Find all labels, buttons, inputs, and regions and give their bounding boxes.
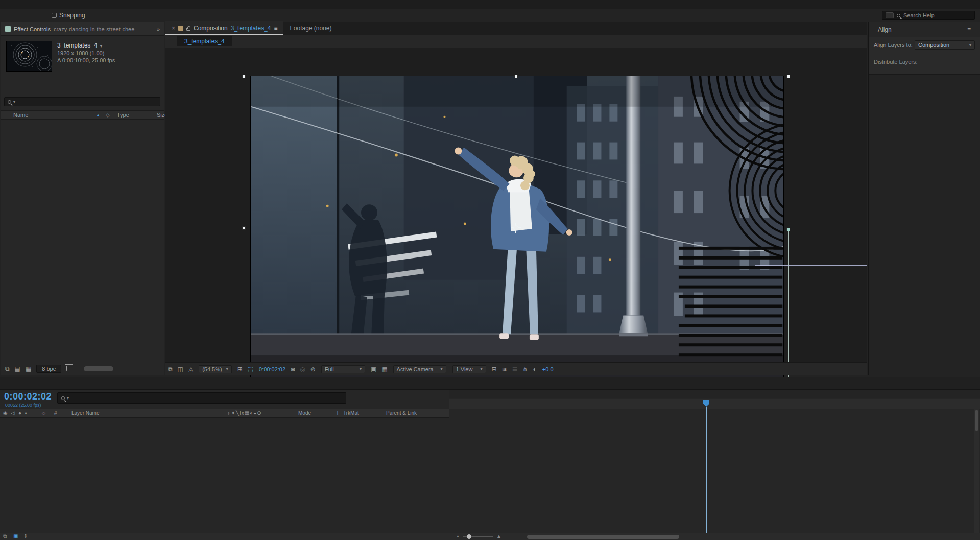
interpret-footage-icon[interactable]: ⧉: [5, 365, 10, 372]
preview-dimensions: 1920 x 1080 (1.00): [57, 50, 104, 56]
label-column-icon[interactable]: ⬦: [106, 112, 110, 119]
transparency-grid-icon[interactable]: ▦: [381, 366, 387, 373]
timeline-bottom-bar: ⧉ ▣ ⇕ ▲ ▲: [0, 533, 980, 540]
close-icon[interactable]: ×: [172, 25, 175, 32]
av-column-icons: ◉ ◁ ● ▪: [3, 410, 28, 416]
help-search[interactable]: Search Help: [882, 11, 975, 20]
workspace-switcher-icon[interactable]: [886, 12, 894, 18]
footer-scrollbar[interactable]: [84, 366, 113, 371]
new-composition-icon[interactable]: ▦: [26, 365, 31, 372]
selection-handle-left[interactable]: [242, 226, 246, 230]
project-panel: Effect Controls crazy-dancing-in-the-str…: [1, 22, 164, 375]
view-layout-dropdown[interactable]: 1 View▾: [452, 365, 486, 373]
snapshot-icon[interactable]: ◙: [291, 366, 295, 373]
new-folder-icon[interactable]: ▤: [15, 365, 20, 372]
project-search-input[interactable]: ▾: [4, 97, 160, 106]
panel-overflow-icon[interactable]: »: [157, 26, 160, 32]
toolbar: Snapping Search Help: [0, 9, 980, 21]
show-snapshot-icon[interactable]: ◎: [300, 366, 305, 373]
search-icon: [897, 14, 900, 17]
column-mode[interactable]: Mode: [298, 410, 311, 416]
timeline-column-headers: ◉ ◁ ● ▪ ⬦ # Layer Name ♁✦╲fx▦◐◒⊙ Mode T …: [0, 409, 449, 418]
view-3d-dropdown[interactable]: Active Camera▾: [393, 365, 446, 373]
sort-ascending-icon[interactable]: ▲: [96, 113, 100, 118]
composition-tab-prefix: Composition: [194, 25, 228, 32]
column-name[interactable]: Name: [13, 112, 28, 118]
effect-controls-tab[interactable]: Effect Controls crazy-dancing-in-the-str…: [1, 22, 164, 36]
magnification-dropdown[interactable]: (54.5%)▾: [199, 365, 232, 373]
timeline-search-input[interactable]: ▾: [57, 392, 346, 404]
selection-handle-top-left[interactable]: [242, 75, 246, 78]
align-panel-body: Align Layers to: Composition▾ Distribute…: [869, 37, 980, 75]
switches-column-icons: ♁✦╲fx▦◐◒⊙: [227, 410, 262, 416]
footage-tab-label: Footage (none): [290, 25, 331, 32]
panel-align[interactable]: Align ≡: [869, 22, 980, 37]
effect-controls-tab-label: Effect Controls: [14, 26, 51, 32]
align-to-dropdown[interactable]: Composition▾: [915, 40, 975, 50]
panel-menu-icon[interactable]: ≡: [967, 26, 971, 33]
column-trkmat[interactable]: TrkMat: [343, 410, 359, 416]
layer-bound-line-vertical: [788, 231, 789, 381]
column-parent-link[interactable]: Parent & Link: [386, 410, 417, 416]
align-layers-to-label: Align Layers to:: [874, 42, 913, 48]
preview-comp-name[interactable]: 3_templates_4 ▼: [57, 42, 103, 49]
viewer-lock-icon[interactable]: ◬: [188, 366, 193, 373]
selection-handle-right[interactable]: [786, 228, 790, 231]
flowchart-icon[interactable]: ⋔: [522, 366, 528, 373]
current-timecode[interactable]: 0:00:02:02: [4, 391, 52, 402]
timeline-button-icon[interactable]: ☰: [512, 366, 518, 373]
viewer-timecode[interactable]: 0:00:02:02: [259, 366, 285, 372]
preview-duration: Δ 0:00:10:00, 25.00 fps: [57, 57, 115, 63]
timeline-vertical-scrollbar[interactable]: [974, 409, 979, 533]
project-list-header[interactable]: Name ▲ ⬦ Type Size: [1, 110, 164, 120]
always-preview-icon[interactable]: ⧉: [168, 366, 173, 373]
after-effects-window: Snapping Search Help Effect Controls cra…: [0, 0, 980, 540]
layer-color-swatch: [5, 26, 11, 32]
project-panel-footer: ⧉ ▤ ▦ 8 bpc: [1, 362, 164, 375]
zoom-in-mountain-icon[interactable]: ▲: [496, 533, 501, 539]
panel-menu-icon[interactable]: ≡: [274, 25, 277, 32]
expand-layer-switches-icon[interactable]: ⧉: [3, 533, 7, 539]
timeline-horizontal-scrollbar[interactable]: [527, 535, 679, 539]
search-icon: [8, 100, 11, 104]
footage-viewer-tab[interactable]: Footage (none): [283, 21, 338, 35]
pixel-aspect-icon[interactable]: ⊟: [492, 366, 497, 373]
resolution-dropdown[interactable]: Full▾: [321, 365, 365, 373]
region-of-interest-icon[interactable]: ▣: [371, 366, 376, 373]
primary-viewer-icon[interactable]: ◫: [178, 366, 183, 373]
column-t: T: [336, 410, 339, 416]
selection-handle-top-center[interactable]: [514, 75, 518, 78]
composition-subtab[interactable]: 3_templates_4: [177, 36, 232, 46]
right-dock: Align ≡ Align Layers to: Composition▾ Di…: [868, 22, 980, 375]
mask-visibility-icon[interactable]: ⬚: [248, 366, 253, 373]
snapping-toggle[interactable]: Snapping: [52, 12, 85, 19]
layer-bound-line-horizontal: [755, 265, 867, 266]
distribute-layers-label: Distribute Layers:: [874, 59, 975, 65]
grid-guides-icon[interactable]: ⊞: [237, 366, 243, 373]
footage-thumbnail: [6, 41, 52, 72]
fast-previews-icon[interactable]: ≋: [502, 366, 507, 373]
selection-handle-top-right[interactable]: [786, 75, 790, 78]
zoom-out-mountain-icon[interactable]: ▲: [456, 534, 460, 538]
snapping-checkbox[interactable]: [52, 13, 57, 18]
expand-transfer-controls-icon[interactable]: ▣: [13, 533, 18, 539]
time-navigator[interactable]: [449, 390, 980, 398]
viewer-pasteboard[interactable]: [165, 48, 867, 375]
column-layer-name[interactable]: Layer Name: [71, 410, 99, 416]
column-type[interactable]: Type: [117, 112, 129, 118]
layer-anchor-point[interactable]: [511, 223, 520, 232]
lock-icon[interactable]: [186, 28, 190, 31]
channel-settings-icon[interactable]: ⊚: [310, 366, 316, 373]
timeline-zoom-knob[interactable]: [467, 534, 471, 539]
comp-label-swatch: [178, 26, 183, 31]
playhead-line: [706, 407, 707, 534]
expand-inout-icon[interactable]: ⇕: [23, 533, 28, 539]
project-color-depth[interactable]: 8 bpc: [36, 365, 61, 373]
delete-icon[interactable]: [66, 366, 71, 371]
exposure-value[interactable]: +0.0: [542, 366, 554, 372]
search-icon: [61, 396, 65, 400]
menubar: [0, 0, 980, 9]
composition-viewer-tab[interactable]: × Composition 3_templates_4 ≡: [165, 21, 283, 35]
reset-exposure-icon[interactable]: ◐: [533, 366, 537, 373]
time-ruler[interactable]: [449, 399, 980, 409]
